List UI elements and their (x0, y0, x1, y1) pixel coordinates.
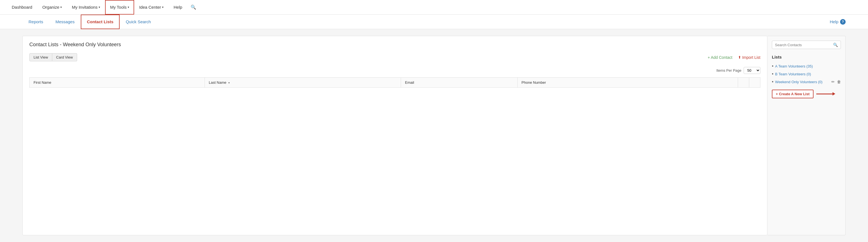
search-contacts-wrap: 🔍 (772, 41, 841, 49)
nav-item-my-invitations[interactable]: My Invitations ▾ (67, 0, 105, 15)
list-bullet-icon: • (772, 72, 774, 77)
add-contact-button[interactable]: + Add Contact (708, 55, 732, 60)
action-buttons: + Add Contact ⬆ Import List (708, 55, 761, 60)
help-link[interactable]: Help ? (830, 19, 846, 25)
sub-nav: ReportsMessagesContact ListsQuick Search… (0, 15, 868, 29)
create-new-list-button[interactable]: + Create A New List (772, 90, 813, 98)
create-new-list-label: + Create A New List (776, 92, 810, 96)
top-nav: DashboardOrganize ▾My Invitations ▾My To… (0, 0, 868, 15)
list-view-button[interactable]: List View (29, 53, 52, 61)
col-header-email: Email (401, 78, 518, 88)
col-header-phone-number: Phone Number (518, 78, 738, 88)
nav-item-help[interactable]: Help (168, 0, 187, 15)
sub-nav-item-contact-lists[interactable]: Contact Lists (81, 15, 120, 29)
edit-list-icon[interactable]: ✏ (831, 80, 835, 84)
col-header-extra2 (749, 78, 761, 88)
lists-container: •A Team Volunteers (35)•B Team Volunteer… (772, 62, 841, 86)
arrow-line (816, 93, 833, 95)
list-item-link-a-team[interactable]: A Team Volunteers (35) (775, 64, 841, 68)
nav-item-organize[interactable]: Organize ▾ (37, 0, 67, 15)
card-view-button[interactable]: Card View (52, 53, 77, 61)
search-submit-icon[interactable]: 🔍 (833, 43, 838, 47)
sub-nav-item-quick-search[interactable]: Quick Search (120, 15, 157, 29)
right-panel: 🔍 Lists •A Team Volunteers (35)•B Team V… (767, 36, 846, 235)
nav-item-dashboard[interactable]: Dashboard (7, 0, 37, 15)
list-item-weekend-only: •Weekend Only Volunteers (0)✏🗑 (772, 78, 841, 86)
col-header-extra1 (738, 78, 749, 88)
my-invitations-caret-icon: ▾ (99, 6, 100, 9)
table-header: First NameLast Name ▾EmailPhone Number (30, 78, 761, 88)
list-item-actions-weekend-only: ✏🗑 (831, 80, 841, 84)
search-contacts-input[interactable] (775, 43, 833, 47)
items-per-page-label: Items Per Page (716, 68, 741, 73)
sub-nav-item-messages[interactable]: Messages (50, 15, 81, 29)
view-controls: List View Card View + Add Contact ⬆ Impo… (29, 53, 761, 61)
nav-item-idea-center[interactable]: Idea Center ▾ (134, 0, 168, 15)
table-header-row: First NameLast Name ▾EmailPhone Number (30, 78, 761, 88)
delete-list-icon[interactable]: 🗑 (837, 80, 841, 84)
list-item-a-team: •A Team Volunteers (35) (772, 62, 841, 70)
sub-nav-left: ReportsMessagesContact ListsQuick Search (22, 15, 157, 29)
last-name-sort-icon[interactable]: ▾ (227, 81, 230, 84)
contacts-table: First NameLast Name ▾EmailPhone Number (29, 77, 761, 88)
list-item-link-b-team[interactable]: B Team Volunteers (0) (775, 72, 841, 76)
idea-center-caret-icon: ▾ (162, 6, 163, 9)
page-title: Contact Lists - Weekend Only Volunteers (29, 42, 761, 48)
items-per-page-row: Items Per Page 102550100 (29, 67, 761, 74)
list-bullet-icon: • (772, 79, 774, 84)
import-icon: ⬆ (738, 55, 741, 59)
main-content: Contact Lists - Weekend Only Volunteers … (0, 29, 868, 242)
col-header-first-name: First Name (30, 78, 205, 88)
col-header-last-name[interactable]: Last Name ▾ (205, 78, 401, 88)
left-panel: Contact Lists - Weekend Only Volunteers … (22, 36, 767, 235)
view-btn-group: List View Card View (29, 53, 77, 61)
help-label: Help (830, 19, 838, 24)
items-per-page-select[interactable]: 102550100 (744, 67, 761, 74)
nav-item-my-tools[interactable]: My Tools ▾ (105, 0, 134, 15)
import-list-button[interactable]: ⬆ Import List (738, 55, 761, 60)
sub-nav-item-reports[interactable]: Reports (22, 15, 50, 29)
import-list-label: Import List (742, 55, 761, 60)
list-item-link-weekend-only[interactable]: Weekend Only Volunteers (0) (775, 80, 830, 84)
organize-caret-icon: ▾ (60, 6, 62, 9)
help-icon: ? (840, 19, 846, 25)
list-bullet-icon: • (772, 63, 774, 69)
list-item-b-team: •B Team Volunteers (0) (772, 70, 841, 78)
create-new-list-wrap: + Create A New List (772, 90, 841, 98)
top-nav-search-icon[interactable]: 🔍 (187, 4, 199, 10)
lists-section-title: Lists (772, 55, 841, 59)
arrow-annotation (816, 93, 833, 95)
my-tools-caret-icon: ▾ (128, 6, 129, 9)
